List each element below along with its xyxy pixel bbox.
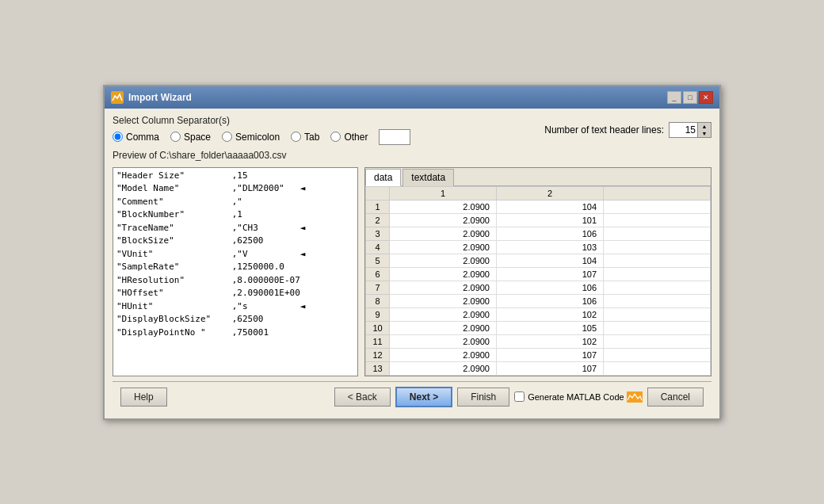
preview-text: "Header Size" ,15 "Model Name" ,"DLM2000…	[116, 170, 354, 340]
cell-col3	[604, 294, 711, 307]
spin-down-button[interactable]: ▼	[698, 130, 711, 137]
cell-col1: 2.0900	[390, 213, 497, 227]
table-row: 5 2.0900 104	[366, 254, 711, 267]
cell-col3	[604, 334, 711, 348]
cell-col1: 2.0900	[390, 267, 497, 281]
table-row: 1 2.0900 104	[366, 200, 711, 213]
cell-col1: 2.0900	[390, 307, 497, 321]
table-row: 6 2.0900 107	[366, 267, 711, 281]
finish-button[interactable]: Finish	[457, 388, 509, 407]
close-button[interactable]: ✕	[699, 91, 713, 104]
cell-col2: 107	[497, 267, 604, 281]
spin-up-button[interactable]: ▲	[698, 123, 711, 130]
space-label: Space	[184, 132, 211, 143]
cell-col3	[604, 240, 711, 254]
cell-col2: 106	[497, 227, 604, 240]
table-row: 4 2.0900 103	[366, 240, 711, 254]
row-num: 13	[366, 361, 390, 375]
separator-label: Select Column Separator(s)	[113, 115, 410, 126]
table-row: 8 2.0900 106	[366, 294, 711, 307]
cell-col1: 2.0900	[390, 321, 497, 334]
tab-radio[interactable]: Tab	[291, 132, 319, 143]
cell-col2: 105	[497, 321, 604, 334]
row-num: 5	[366, 254, 390, 267]
row-num: 2	[366, 213, 390, 227]
main-content: "Header Size" ,15 "Model Name" ,"DLM2000…	[113, 167, 711, 376]
table-row: 3 2.0900 106	[366, 227, 711, 240]
import-wizard-window: Import Wizard _ □ ✕ Select Column Separa…	[103, 85, 721, 420]
row-num: 1	[366, 200, 390, 213]
back-button[interactable]: < Back	[334, 388, 391, 407]
cell-col3	[604, 281, 711, 294]
top-controls: Select Column Separator(s) Comma Space S…	[113, 115, 711, 145]
cell-col1: 2.0900	[390, 361, 497, 375]
cell-col2: 103	[497, 240, 604, 254]
header-lines-section: Number of text header lines: 15 ▲ ▼	[544, 122, 711, 138]
cell-col3	[604, 254, 711, 267]
minimize-button[interactable]: _	[667, 91, 681, 104]
spinbox-arrows: ▲ ▼	[697, 122, 711, 138]
row-num: 12	[366, 348, 390, 361]
window-body: Select Column Separator(s) Comma Space S…	[105, 109, 719, 418]
help-button[interactable]: Help	[120, 388, 167, 407]
maximize-button[interactable]: □	[683, 91, 697, 104]
other-radio[interactable]: Other	[330, 132, 368, 143]
tab-textdata[interactable]: textdata	[402, 169, 454, 186]
space-radio[interactable]: Space	[170, 132, 211, 143]
semicolon-radio[interactable]: Semicolon	[222, 132, 280, 143]
header-lines-label: Number of text header lines:	[544, 124, 664, 136]
next-button[interactable]: Next >	[395, 387, 452, 407]
tab-data[interactable]: data	[365, 169, 401, 186]
cell-col2: 106	[497, 281, 604, 294]
tabs-row: data textdata	[365, 168, 711, 186]
cell-col2: 102	[497, 334, 604, 348]
window-title: Import Wizard	[128, 92, 192, 103]
col-header-2: 2	[497, 186, 604, 200]
cancel-button[interactable]: Cancel	[647, 388, 704, 407]
preview-pane[interactable]: "Header Size" ,15 "Model Name" ,"DLM2000…	[113, 167, 358, 376]
generate-checkbox[interactable]	[514, 391, 525, 402]
cell-col1: 2.0900	[390, 227, 497, 240]
other-input[interactable]	[379, 129, 410, 145]
generate-label: Generate MATLAB Code	[528, 391, 642, 403]
row-num: 7	[366, 281, 390, 294]
data-table-container[interactable]: 1 2 1 2.0900 104 2 2.0900 101 3 2.0900	[365, 186, 711, 376]
cell-col3	[604, 361, 711, 375]
col-header-empty	[366, 186, 390, 200]
other-label: Other	[344, 132, 368, 143]
table-row: 7 2.0900 106	[366, 281, 711, 294]
cell-col1: 2.0900	[390, 334, 497, 348]
cell-col1: 2.0900	[390, 200, 497, 213]
table-row: 13 2.0900 107	[366, 361, 711, 375]
cell-col2: 101	[497, 213, 604, 227]
header-lines-input[interactable]: 15	[669, 122, 697, 138]
cell-col1: 2.0900	[390, 281, 497, 294]
row-num: 4	[366, 240, 390, 254]
cell-col3	[604, 321, 711, 334]
cell-col3	[604, 213, 711, 227]
preview-label: Preview of C:\share_folder\aaaaa003.csv	[113, 150, 711, 161]
header-lines-spinbox: 15 ▲ ▼	[669, 122, 711, 138]
generate-section: Generate MATLAB Code	[514, 391, 642, 403]
cell-col2: 102	[497, 307, 604, 321]
cell-col3	[604, 348, 711, 361]
cell-col3	[604, 307, 711, 321]
cell-col1: 2.0900	[390, 348, 497, 361]
table-row: 2 2.0900 101	[366, 213, 711, 227]
table-row: 9 2.0900 102	[366, 307, 711, 321]
cell-col2: 107	[497, 348, 604, 361]
row-num: 11	[366, 334, 390, 348]
cell-col2: 104	[497, 200, 604, 213]
table-row: 12 2.0900 107	[366, 348, 711, 361]
window-controls: _ □ ✕	[667, 91, 713, 104]
cell-col3	[604, 200, 711, 213]
matlab-peaks-icon	[627, 391, 643, 403]
cell-col1: 2.0900	[390, 294, 497, 307]
comma-radio[interactable]: Comma	[113, 132, 159, 143]
semicolon-label: Semicolon	[235, 132, 280, 143]
row-num: 9	[366, 307, 390, 321]
cell-col3	[604, 227, 711, 240]
data-pane: data textdata 1 2	[364, 167, 711, 376]
table-row: 11 2.0900 102	[366, 334, 711, 348]
col-header-1: 1	[390, 186, 497, 200]
